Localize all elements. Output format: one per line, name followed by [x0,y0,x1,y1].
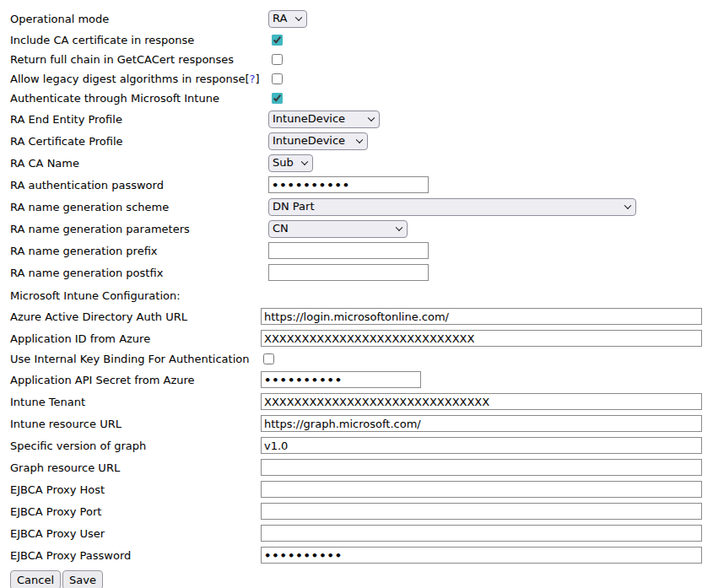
field-row-azure-auth-url: Azure Active Directory Auth URL [10,305,713,327]
application-id-label: Application ID from Azure [10,332,261,345]
ra-name-params-label: RA name generation parameters [10,223,268,235]
field-row-ra-name-prefix: RA name generation prefix [10,240,713,262]
field-row-proxy-user: EJBCA Proxy User [10,522,713,544]
field-row-ra-end-entity-profile: RA End Entity Profile IntuneDevice [10,108,713,130]
operational-mode-select-wrap: RA [268,10,307,28]
save-button[interactable]: Save [62,570,103,588]
graph-version-label: Specific version of graph [10,440,261,452]
ra-end-entity-profile-select-wrap: IntuneDevice [268,111,380,128]
ra-end-entity-profile-label: RA End Entity Profile [10,113,268,126]
field-row-application-api-secret: Application API Secret from Azure [10,369,713,391]
field-row-intune-tenant: Intune Tenant [10,391,713,413]
field-row-proxy-password: EJBCA Proxy Password [10,544,713,566]
proxy-password-label: EJBCA Proxy Password [10,549,261,562]
field-row-ra-name-scheme: RA name generation scheme DN Part [10,196,713,218]
operational-mode-label: Operational mode [10,13,268,25]
intune-section-header: Microsoft Intune Configuration: [10,285,713,305]
ra-name-postfix-input[interactable] [268,264,429,281]
ra-ca-name-select[interactable]: Sub [268,154,313,172]
ra-ca-name-select-wrap: Sub [268,154,313,172]
proxy-password-input[interactable] [261,547,702,564]
graph-resource-url-input[interactable] [261,459,702,476]
field-row-ra-name-postfix: RA name generation postfix [10,262,713,283]
ra-name-scheme-select-wrap: DN Part [268,198,636,216]
ra-ca-name-label: RA CA Name [10,157,268,170]
scep-general-section: Operational mode RA Include CA certifica… [10,7,713,283]
field-row-operational-mode: Operational mode RA [10,7,713,30]
intune-tenant-label: Intune Tenant [10,396,261,408]
operational-mode-select[interactable]: RA [268,10,307,28]
ra-auth-password-input[interactable] [268,176,429,193]
authenticate-intune-checkbox[interactable] [272,93,283,104]
ra-certificate-profile-select[interactable]: IntuneDevice [268,132,368,150]
ra-name-scheme-select[interactable]: DN Part [268,198,636,216]
cancel-button[interactable]: Cancel [10,570,61,588]
ra-end-entity-profile-select[interactable]: IntuneDevice [268,111,380,128]
return-full-chain-checkbox[interactable] [272,54,283,65]
intune-config-section: Microsoft Intune Configuration: Azure Ac… [10,285,713,566]
allow-legacy-digest-label-text: Allow legacy digest algorithms in respon… [10,73,245,85]
include-ca-cert-checkbox[interactable] [272,35,283,46]
ra-certificate-profile-select-wrap: IntuneDevice [268,132,368,150]
return-full-chain-label: Return full chain in GetCACert responses [10,53,268,66]
ra-certificate-profile-label: RA Certificate Profile [10,135,268,148]
allow-legacy-digest-label: Allow legacy digest algorithms in respon… [10,73,268,85]
field-row-ra-certificate-profile: RA Certificate Profile IntuneDevice [10,130,713,152]
ra-name-prefix-input[interactable] [268,242,429,259]
field-row-application-id: Application ID from Azure [10,327,713,349]
graph-resource-url-label: Graph resource URL [10,461,261,474]
proxy-user-label: EJBCA Proxy User [10,527,261,540]
use-internal-key-binding-label: Use Internal Key Binding For Authenticat… [10,353,261,365]
field-row-proxy-port: EJBCA Proxy Port [10,500,713,522]
application-api-secret-label: Application API Secret from Azure [10,374,261,386]
include-ca-cert-label: Include CA certificate in response [10,34,268,46]
azure-auth-url-input[interactable] [261,308,702,325]
field-row-graph-resource-url: Graph resource URL [10,456,713,478]
field-row-ra-name-params: RA name generation parameters CN [10,218,713,240]
proxy-host-input[interactable] [261,481,702,498]
scep-alias-config-page: { "colors": { "checkbox_accent": "#3fb8c… [0,0,713,588]
proxy-host-label: EJBCA Proxy Host [10,483,261,496]
ra-name-postfix-label: RA name generation postfix [10,267,268,279]
ra-name-params-select-wrap: CN [268,220,408,238]
field-row-intune-resource-url: Intune resource URL [10,413,713,434]
help-bracket-close: ] [255,73,259,85]
intune-resource-url-input[interactable] [261,415,702,432]
use-internal-key-binding-checkbox[interactable] [263,353,274,364]
allow-legacy-digest-checkbox[interactable] [272,73,283,84]
ra-name-params-select[interactable]: CN [268,220,408,238]
proxy-user-input[interactable] [261,525,702,542]
field-row-ra-ca-name: RA CA Name Sub [10,152,713,174]
authenticate-intune-label: Authenticate through Microsoft Intune [10,92,268,105]
ra-auth-password-label: RA authentication password [10,179,268,192]
azure-auth-url-label: Azure Active Directory Auth URL [10,310,261,323]
field-row-return-full-chain: Return full chain in GetCACert responses [10,50,713,69]
proxy-port-label: EJBCA Proxy Port [10,505,261,518]
application-api-secret-input[interactable] [261,371,421,388]
field-row-include-ca-cert: Include CA certificate in response [10,30,713,50]
application-id-input[interactable] [261,330,702,347]
field-row-proxy-host: EJBCA Proxy Host [10,478,713,500]
form-actions: Cancel Save [10,570,713,588]
field-row-graph-version: Specific version of graph [10,434,713,456]
graph-version-input[interactable] [261,437,702,454]
field-row-allow-legacy-digest: Allow legacy digest algorithms in respon… [10,69,713,89]
ra-name-scheme-label: RA name generation scheme [10,201,268,213]
proxy-port-input[interactable] [261,503,702,520]
intune-section-title: Microsoft Intune Configuration: [10,289,181,302]
field-row-authenticate-intune: Authenticate through Microsoft Intune [10,89,713,108]
ra-name-prefix-label: RA name generation prefix [10,245,268,257]
field-row-use-internal-key-binding: Use Internal Key Binding For Authenticat… [10,349,713,369]
intune-resource-url-label: Intune resource URL [10,418,261,430]
intune-tenant-input[interactable] [261,393,702,410]
field-row-ra-auth-password: RA authentication password [10,174,713,196]
